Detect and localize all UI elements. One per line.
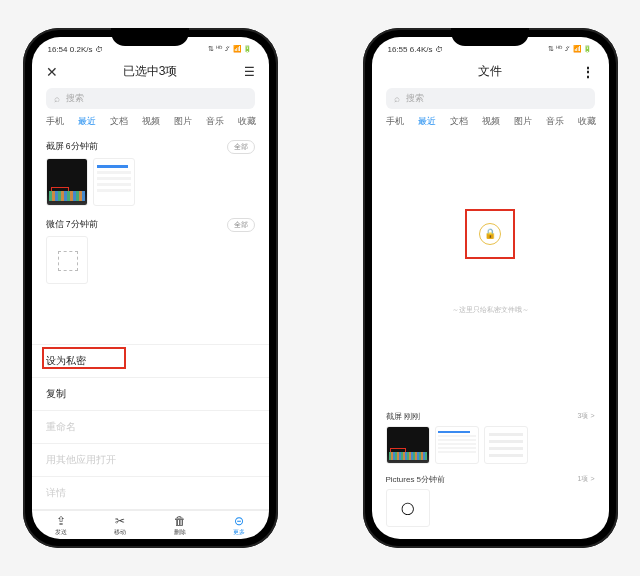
- tab-phone[interactable]: 手机: [386, 115, 404, 128]
- screen-left: 16:54 0.2K/s ⏱ ⇅ ᴴᴰ ⫽ 📶 🔋 ✕ 已选中3项 ☰ ⌕ 搜索…: [32, 37, 269, 539]
- phone-frame-left: 16:54 0.2K/s ⏱ ⇅ ᴴᴰ ⫽ 📶 🔋 ✕ 已选中3项 ☰ ⌕ 搜索…: [23, 28, 278, 548]
- group-count[interactable]: 1项 >: [578, 474, 595, 485]
- tab-fav[interactable]: 收藏: [238, 115, 256, 128]
- search-placeholder: 搜索: [406, 92, 424, 105]
- toolbar-move[interactable]: ✂移动: [114, 515, 126, 537]
- highlight-marker: [97, 177, 131, 191]
- header: 文件 ⋮: [372, 59, 609, 88]
- filter-icon[interactable]: ☰: [237, 65, 255, 79]
- more-icon: ⊝: [234, 515, 244, 527]
- menu-details[interactable]: 详情: [32, 476, 269, 510]
- select-all-pill[interactable]: 全部: [227, 140, 255, 154]
- section-wechat: 微信 7分钟前 全部: [32, 210, 269, 294]
- highlight-marker: [438, 441, 476, 453]
- group-screenshots: 截屏 刚刚 3项 >: [372, 405, 609, 472]
- tab-recent[interactable]: 最近: [78, 115, 96, 128]
- section-title: 微信 7分钟前: [46, 219, 98, 231]
- tab-music[interactable]: 音乐: [206, 115, 224, 128]
- group-title: Pictures 5分钟前: [386, 474, 446, 485]
- tab-docs[interactable]: 文档: [450, 115, 468, 128]
- search-input[interactable]: ⌕ 搜索: [46, 88, 255, 109]
- status-indicators: ⇅ ᴴᴰ ⫽ 📶 🔋: [548, 45, 593, 53]
- thumbnail[interactable]: [46, 236, 88, 284]
- more-icon[interactable]: ⋮: [577, 64, 595, 80]
- tab-docs[interactable]: 文档: [110, 115, 128, 128]
- highlight-marker: [51, 187, 69, 195]
- tab-recent[interactable]: 最近: [418, 115, 436, 128]
- thumbnail[interactable]: [386, 426, 430, 464]
- tab-video[interactable]: 视频: [482, 115, 500, 128]
- private-note: ～这里只给私密文件哦～: [452, 305, 529, 315]
- highlight-marker: [390, 448, 406, 455]
- search-input[interactable]: ⌕ 搜索: [386, 88, 595, 109]
- notch: [111, 28, 189, 46]
- thumbnail[interactable]: [435, 426, 479, 464]
- highlight-box: [42, 347, 126, 369]
- toolbar-send[interactable]: ⇪发送: [55, 515, 67, 537]
- tab-image[interactable]: 图片: [514, 115, 532, 128]
- trash-icon: 🗑: [174, 515, 186, 527]
- toolbar-more[interactable]: ⊝更多: [233, 515, 245, 537]
- notch: [451, 28, 529, 46]
- tab-image[interactable]: 图片: [174, 115, 192, 128]
- menu-open-with[interactable]: 用其他应用打开: [32, 443, 269, 476]
- action-sheet: 设为私密 复制 重命名 用其他应用打开 详情: [32, 344, 269, 510]
- category-tabs: 手机 最近 文档 视频 图片 音乐 收藏: [32, 115, 269, 132]
- thumbnail[interactable]: [46, 158, 88, 206]
- toolbar-delete[interactable]: 🗑删除: [174, 515, 186, 537]
- cut-icon: ✂: [115, 515, 125, 527]
- thumbnail[interactable]: ◯: [386, 489, 430, 527]
- group-pictures: Pictures 5分钟前 1项 > ◯: [372, 472, 609, 539]
- screen-right: 16:55 6.4K/s ⏱ ⇅ ᴴᴰ ⫽ 📶 🔋 文件 ⋮ ⌕ 搜索 手机 最…: [372, 37, 609, 539]
- close-icon[interactable]: ✕: [46, 64, 64, 80]
- tab-music[interactable]: 音乐: [546, 115, 564, 128]
- group-count[interactable]: 3项 >: [578, 411, 595, 422]
- phone-frame-right: 16:55 6.4K/s ⏱ ⇅ ᴴᴰ ⫽ 📶 🔋 文件 ⋮ ⌕ 搜索 手机 最…: [363, 28, 618, 548]
- share-icon: ⇪: [56, 515, 66, 527]
- tab-fav[interactable]: 收藏: [578, 115, 596, 128]
- header-title: 文件: [404, 63, 577, 80]
- header-title: 已选中3项: [64, 63, 237, 80]
- status-time: 16:55 6.4K/s ⏱: [388, 45, 443, 54]
- thumbnail[interactable]: [484, 426, 528, 464]
- category-tabs: 手机 最近 文档 视频 图片 音乐 收藏: [372, 115, 609, 132]
- menu-rename[interactable]: 重命名: [32, 410, 269, 443]
- section-title: 截屏 6分钟前: [46, 141, 98, 153]
- status-indicators: ⇅ ᴴᴰ ⫽ 📶 🔋: [208, 45, 253, 53]
- bottom-toolbar: ⇪发送 ✂移动 🗑删除 ⊝更多: [32, 510, 269, 539]
- highlight-box: [465, 209, 515, 259]
- section-screenshots: 截屏 6分钟前 全部: [32, 132, 269, 210]
- group-title: 截屏 刚刚: [386, 411, 420, 422]
- search-icon: ⌕: [54, 93, 60, 104]
- status-time: 16:54 0.2K/s ⏱: [48, 45, 103, 54]
- menu-copy[interactable]: 复制: [32, 377, 269, 410]
- search-icon: ⌕: [394, 93, 400, 104]
- tab-phone[interactable]: 手机: [46, 115, 64, 128]
- thumbnail[interactable]: [93, 158, 135, 206]
- select-all-pill[interactable]: 全部: [227, 218, 255, 232]
- private-drop-area[interactable]: 🔒 ～这里只给私密文件哦～: [372, 132, 609, 405]
- search-placeholder: 搜索: [66, 92, 84, 105]
- tab-video[interactable]: 视频: [142, 115, 160, 128]
- header: ✕ 已选中3项 ☰: [32, 59, 269, 88]
